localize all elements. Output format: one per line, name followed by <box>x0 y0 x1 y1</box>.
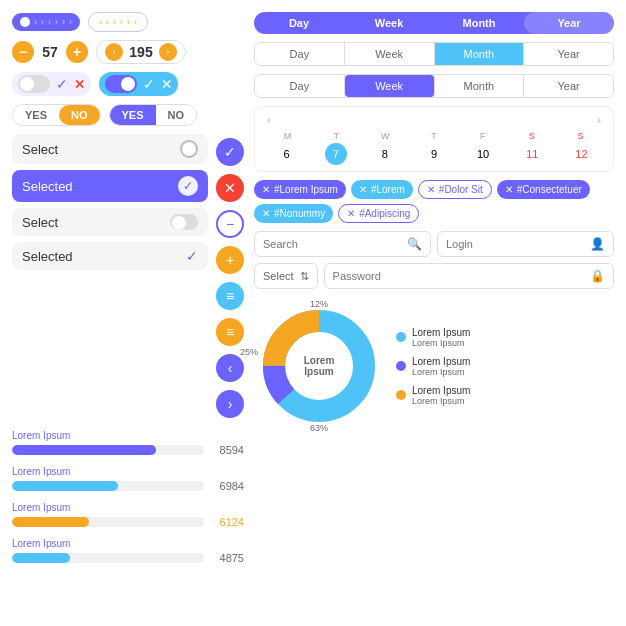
tab-year[interactable]: Year <box>524 43 613 65</box>
tab-month[interactable]: Month <box>435 75 525 97</box>
legend-sub-3: Lorem Ipsum <box>412 396 470 406</box>
legend-dot-purple <box>396 361 406 371</box>
toggle-switch-off[interactable] <box>18 75 50 93</box>
x-icon: ✕ <box>74 77 85 92</box>
tab-year[interactable]: Year <box>524 12 614 34</box>
no-button[interactable]: NO <box>59 105 100 125</box>
cal-day-11[interactable]: 11 <box>521 143 543 165</box>
stepper-outline[interactable]: ‹ ‹ ‹ ‹ ‹ ‹ <box>88 12 148 32</box>
chart-section: LoremIpsum 12% 25% 63% Lorem Ipsum Lorem… <box>254 301 614 431</box>
progress-row: 6124 <box>12 516 244 528</box>
arrow-icon: › <box>41 17 44 27</box>
select-icons-section: Select Selected ✓ Select Selected ✓ <box>12 134 244 418</box>
menu-button[interactable]: ≡ <box>216 282 244 310</box>
yes-button[interactable]: YES <box>13 105 59 125</box>
yes-button[interactable]: YES <box>110 105 156 125</box>
toggle-switch[interactable] <box>170 214 198 230</box>
increment-button[interactable]: + <box>66 41 88 63</box>
tab-week[interactable]: Week <box>344 12 434 34</box>
prev-button[interactable]: ‹ <box>263 113 275 127</box>
stepper-value: 195 <box>129 44 153 60</box>
tab-day[interactable]: Day <box>255 43 345 65</box>
tag-5[interactable]: ✕ #Nonummy <box>254 204 333 223</box>
percent-left: 25% <box>240 347 258 357</box>
tag-text: #Consectetuer <box>517 184 582 195</box>
tag-6[interactable]: ✕ #Adipiscing <box>338 204 419 223</box>
toggle-row: ✓ ✕ ✓ ✕ <box>12 72 244 96</box>
select-rows: Select Selected ✓ Select Selected ✓ <box>12 134 208 418</box>
tab-day[interactable]: Day <box>255 75 345 97</box>
password-field[interactable]: 🔒 <box>324 263 614 289</box>
tag-text: #Nonummy <box>274 208 325 219</box>
date-tabs-3[interactable]: Day Week Month Year <box>254 74 614 98</box>
tab-month[interactable]: Month <box>434 12 524 34</box>
select-row-1[interactable]: Select <box>12 134 208 164</box>
progress-item-4: Lorem Ipsum 4875 <box>12 538 244 564</box>
date-tabs-2[interactable]: Day Week Month Year <box>254 42 614 66</box>
progress-fill <box>12 445 156 455</box>
menu-button-2[interactable]: ≡ <box>216 318 244 346</box>
tag-4[interactable]: ✕ #Consectetuer <box>497 180 590 199</box>
yes-no-row: YES NO YES NO <box>12 104 244 126</box>
selected-row-2[interactable]: Selected ✓ <box>12 242 208 270</box>
select-dropdown[interactable]: Select ⇅ <box>254 263 318 289</box>
right-arrow-button[interactable]: › <box>159 43 177 61</box>
tab-month[interactable]: Month <box>435 43 525 65</box>
cal-day-8[interactable]: 8 <box>374 143 396 165</box>
select-slider-label: Select <box>22 215 162 230</box>
yes-no-1: YES NO <box>12 104 101 126</box>
login-input[interactable] <box>446 238 584 250</box>
progress-bg <box>12 445 204 455</box>
left-arrow-icon: ‹ <box>106 17 109 27</box>
plus-button[interactable]: + <box>216 246 244 274</box>
no-button[interactable]: NO <box>156 105 197 125</box>
selected-row-1[interactable]: Selected ✓ <box>12 170 208 202</box>
check-icon: ✓ <box>186 248 198 264</box>
check-button[interactable]: ✓ <box>216 138 244 166</box>
legend-title-1: Lorem Ipsum <box>412 327 470 338</box>
legend-sub-1: Lorem Ipsum <box>412 338 470 348</box>
left-panel: › › › › › › ‹ ‹ ‹ ‹ ‹ ‹ − 57 + <box>12 12 244 614</box>
login-field[interactable]: 👤 <box>437 231 614 257</box>
left-arrow-button[interactable]: ‹ <box>105 43 123 61</box>
stepper-purple[interactable]: › › › › › › <box>12 13 80 31</box>
tab-year[interactable]: Year <box>524 75 613 97</box>
tag-1[interactable]: ✕ #Lorem Ipsum <box>254 180 346 199</box>
cal-day-7[interactable]: 7 <box>325 143 347 165</box>
right-button[interactable]: › <box>216 390 244 418</box>
progress-item-3: Lorem Ipsum 6124 <box>12 502 244 528</box>
calendar-header: ‹ › <box>263 113 605 127</box>
select-label: Select <box>22 142 172 157</box>
next-button[interactable]: › <box>593 113 605 127</box>
tag-2[interactable]: ✕ #Lorem <box>351 180 413 199</box>
lock-icon: 🔒 <box>590 269 605 283</box>
left-button[interactable]: ‹ <box>216 354 244 382</box>
tag-close-icon: ✕ <box>262 208 270 219</box>
progress-value: 8594 <box>212 444 244 456</box>
icon-buttons-col: ✓ ✕ − + ≡ ≡ ‹ › <box>216 134 244 418</box>
password-input[interactable] <box>333 270 584 282</box>
date-tabs-1[interactable]: Day Week Month Year <box>254 12 614 34</box>
cal-day-9[interactable]: 9 <box>423 143 445 165</box>
cal-day-6[interactable]: 6 <box>276 143 298 165</box>
close-button[interactable]: ✕ <box>216 174 244 202</box>
tab-day[interactable]: Day <box>254 12 344 34</box>
day-w: W <box>361 131 410 141</box>
tab-week[interactable]: Week <box>345 75 435 97</box>
select-slider-row[interactable]: Select <box>12 208 208 236</box>
tag-3[interactable]: ✕ #Dolor Sit <box>418 180 492 199</box>
cal-day-10[interactable]: 10 <box>472 143 494 165</box>
minus-button[interactable]: − <box>216 210 244 238</box>
check-circle: ✓ <box>178 176 198 196</box>
tab-week[interactable]: Week <box>345 43 435 65</box>
search-input[interactable] <box>263 238 401 250</box>
tags-section: ✕ #Lorem Ipsum ✕ #Lorem ✕ #Dolor Sit ✕ #… <box>254 180 614 223</box>
toggle-switch-on[interactable] <box>105 75 137 93</box>
legend-text-2: Lorem Ipsum Lorem Ipsum <box>412 356 470 377</box>
person-icon: 👤 <box>590 237 605 251</box>
chart-legend: Lorem Ipsum Lorem Ipsum Lorem Ipsum Lore… <box>396 327 470 406</box>
cal-day-12[interactable]: 12 <box>570 143 592 165</box>
search-field[interactable]: 🔍 <box>254 231 431 257</box>
decrement-button[interactable]: − <box>12 41 34 63</box>
legend-title-2: Lorem Ipsum <box>412 356 470 367</box>
